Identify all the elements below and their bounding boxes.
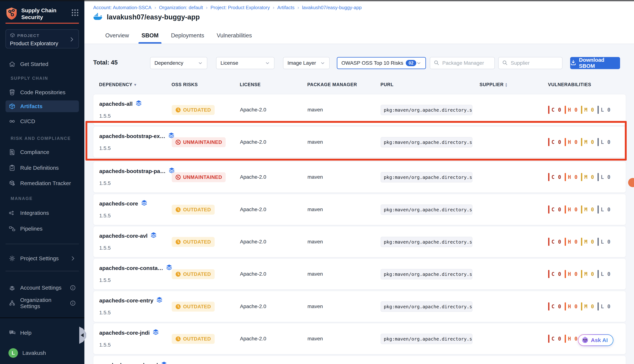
tab-vulnerabilities[interactable]: Vulnerabilities <box>216 32 252 44</box>
sidebar-item-get-started[interactable]: Get Started <box>6 58 79 70</box>
account-icon <box>9 284 16 291</box>
table-row[interactable]: apacheds-core 1.5.5 OUTDATED Apache-2.0 … <box>93 194 626 225</box>
purl-value[interactable]: pkg:maven/org.apache.directory.s… <box>381 237 472 247</box>
column-label: PURL <box>381 82 394 87</box>
table-row[interactable]: apacheds-core-consta… 1.5.5 OUTDATED Apa… <box>93 258 626 290</box>
column-header-package-manager[interactable]: PACKAGE MANAGER <box>307 82 357 87</box>
purl-value[interactable]: pkg:maven/org.apache.directory.s… <box>381 137 472 147</box>
sidebar-item-label: Project Settings <box>20 255 59 262</box>
severity-bar-icon <box>548 238 549 246</box>
dependency-name[interactable]: apacheds-bootstrap-pa… <box>99 168 175 175</box>
sidebar-item-account-settings[interactable]: Account Settings <box>6 282 79 294</box>
filter-owasp-oss-top-10-risks[interactable]: OWASP OSS Top 10 Risks02 <box>337 57 426 69</box>
tab-overview[interactable]: Overview <box>105 32 129 44</box>
no-maintenance-icon <box>175 140 181 145</box>
dependency-name[interactable]: apacheds-bootstrap-ex… <box>99 132 174 140</box>
layers-icon <box>166 264 172 272</box>
package-manager-cell: maven <box>307 336 323 342</box>
sidebar-item-compliance[interactable]: Compliance <box>6 146 79 158</box>
sidebar-item-integrations[interactable]: Integrations <box>6 207 79 219</box>
supplier-search-input[interactable] <box>510 60 559 66</box>
sidebar-item-label: Rule Definitions <box>20 165 59 171</box>
supplier-search[interactable] <box>498 57 562 69</box>
sort-icon[interactable]: ▴▾ <box>505 82 507 87</box>
column-header-purl[interactable]: PURL <box>381 82 394 87</box>
sidebar-collapse-toggle[interactable] <box>79 326 86 344</box>
breadcrumb-item[interactable]: Project: Product Exploratory <box>210 5 270 10</box>
package-manager-search-input[interactable] <box>442 60 491 66</box>
severity-low: L 0 <box>597 138 611 146</box>
table-row[interactable]: apacheds-core-entry 1.5.5 OUTDATED Apach… <box>93 291 626 322</box>
chevron-down-icon <box>320 60 325 66</box>
org-icon <box>9 300 16 306</box>
user-menu[interactable]: L Lavakush <box>6 347 79 359</box>
severity-bar-icon <box>581 238 582 246</box>
package-manager-search[interactable] <box>430 57 495 69</box>
tab-deployments[interactable]: Deployments <box>171 32 205 44</box>
breadcrumb-item[interactable]: Artifacts <box>277 5 295 10</box>
column-header-supplier[interactable]: SUPPLIER▴▾ <box>480 82 507 87</box>
dependency-name[interactable]: apacheds-core-consta… <box>99 264 172 272</box>
tab-bar: OverviewSBOMDeploymentsVulnerabilities <box>105 32 252 44</box>
dependency-name[interactable]: apacheds-core <box>99 200 147 207</box>
sidebar-section-risk-and-compliance: RISK AND COMPLIANCE <box>11 136 71 141</box>
chevron-right-icon <box>70 255 76 262</box>
column-header-oss-risks[interactable]: OSS RISKS <box>172 82 198 87</box>
package-manager-cell: maven <box>307 304 323 310</box>
dependency-name[interactable]: apacheds-core-entry <box>99 297 163 304</box>
sidebar-item-rule-definitions[interactable]: Rule Definitions <box>6 162 79 174</box>
column-header-dependency[interactable]: DEPENDENCY▾ <box>99 82 136 87</box>
column-header-license[interactable]: LICENSE <box>240 82 261 87</box>
layers-icon <box>150 232 157 239</box>
sidebar-item-organization-settings[interactable]: Organization Settings <box>6 297 79 309</box>
filter-image-layer[interactable]: Image Layer <box>283 57 330 69</box>
severity-count: 0 <box>574 271 578 277</box>
filter-dependency[interactable]: Dependency <box>150 57 207 69</box>
dependency-name[interactable]: apacheds-core-shared <box>99 362 167 364</box>
purl-value[interactable]: pkg:maven/org.apache.directory.s… <box>381 204 472 215</box>
package-manager-cell: maven <box>307 139 323 145</box>
dependency-name[interactable]: apacheds-core-jndi <box>99 329 159 336</box>
breadcrumb-item[interactable]: Account: Automation-SSCA <box>93 5 152 10</box>
severity-low: L 0 <box>597 206 611 214</box>
table-row[interactable]: apacheds-core-shared 1.5.5 OUTDATED Apac… <box>93 356 626 364</box>
breadcrumb-item[interactable]: lavakush07/easy-buggy-app <box>302 5 362 10</box>
purl-value[interactable]: pkg:maven/org.apache.directory.s… <box>381 172 472 182</box>
severity-count: 0 <box>574 239 578 245</box>
column-label: DEPENDENCY <box>99 82 132 87</box>
purl-value[interactable]: pkg:maven/org.apache.directory.s… <box>381 105 472 115</box>
purl-value[interactable]: pkg:maven/org.apache.directory.s… <box>381 334 472 344</box>
sidebar-item-remediation-tracker[interactable]: Remediation Tracker <box>6 178 79 189</box>
sidebar-item-artifacts[interactable]: Artifacts <box>6 100 79 112</box>
tab-sbom[interactable]: SBOM <box>141 32 159 44</box>
dependency-name[interactable]: apacheds-all <box>99 100 142 108</box>
table-row[interactable]: apacheds-core-jndi 1.5.5 OUTDATED Apache… <box>93 323 626 354</box>
clock-icon <box>175 207 181 212</box>
dependency-version: 1.5.5 <box>99 310 111 316</box>
module-grid-icon[interactable] <box>71 9 79 17</box>
sidebar-item-help[interactable]: ? Help <box>6 327 79 339</box>
table-row[interactable]: apacheds-bootstrap-ex… 1.5.5 UNMAINTAINE… <box>93 126 626 158</box>
project-selector[interactable]: PROJECT Product Exploratory <box>6 29 79 48</box>
ask-ai-button[interactable]: Ask AI <box>578 334 613 346</box>
table-row[interactable]: apacheds-all 1.5.5 OUTDATED Apache-2.0 m… <box>93 94 626 125</box>
severity-bar-icon <box>565 138 566 146</box>
sidebar-item-code-repositories[interactable]: Code Repositories <box>6 86 79 98</box>
sort-desc-icon[interactable]: ▾ <box>134 82 136 87</box>
breadcrumb-item[interactable]: Organization: default <box>159 5 203 10</box>
table-row[interactable]: apacheds-core-avl 1.5.5 OUTDATED Apache-… <box>93 226 626 257</box>
dependency-name[interactable]: apacheds-core-avl <box>99 232 157 239</box>
dependency-version: 1.5.5 <box>99 145 111 151</box>
vulnerability-counts: C 0 H 0 M 0 L 0 <box>548 106 610 114</box>
info-icon <box>70 285 76 291</box>
sidebar-item-ci-cd[interactable]: CI/CD <box>6 116 79 127</box>
sidebar-item-project-settings[interactable]: Project Settings <box>6 252 79 264</box>
table-row[interactable]: apacheds-bootstrap-pa… 1.5.5 UNMAINTAINE… <box>93 162 626 193</box>
column-header-vulnerabilities[interactable]: VULNERABILITIES <box>548 82 591 87</box>
purl-value[interactable]: pkg:maven/org.apache.directory.s… <box>381 269 472 279</box>
sidebar-item-pipelines[interactable]: Pipelines <box>6 223 79 234</box>
download-sbom-button[interactable]: Download SBOM <box>570 57 620 69</box>
severity-bar-icon <box>565 302 566 310</box>
filter-license[interactable]: License <box>216 57 274 69</box>
purl-value[interactable]: pkg:maven/org.apache.directory.s… <box>381 302 472 312</box>
